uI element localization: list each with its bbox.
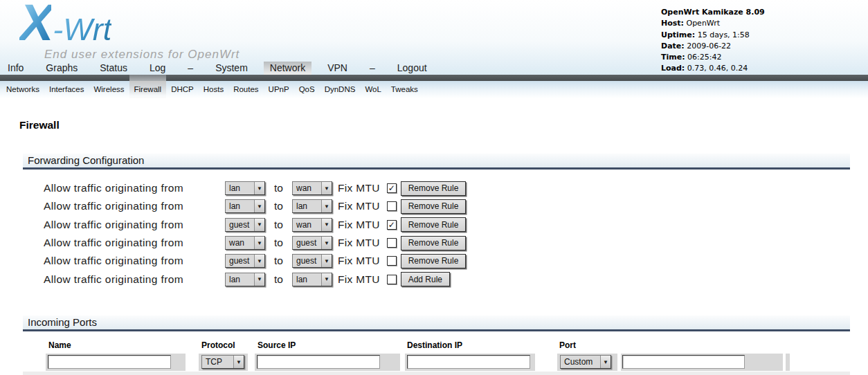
subnav-item[interactable]: Tweaks (386, 81, 423, 98)
rule-label: Allow traffic originating from (44, 255, 225, 267)
system-info-label: Host: (661, 19, 684, 28)
forwarding-section-header: Forwarding Configuration (23, 154, 850, 170)
subnav-item[interactable]: UPnP (264, 81, 294, 98)
nav-item[interactable]: System (209, 62, 254, 75)
system-info-row: Host: OpenWrt (661, 18, 865, 29)
incoming-ports-section-title: Incoming Ports (28, 316, 97, 328)
add-rule-button[interactable]: Add Rule (401, 272, 450, 286)
fix-mtu-checkbox[interactable] (387, 220, 397, 230)
nav-item-label: Network (270, 62, 305, 73)
nav-separator: – (363, 62, 381, 75)
name-input[interactable] (48, 355, 171, 369)
main-nav: Info Graphs Status Log – System Network … (1, 62, 433, 75)
system-info-label: Uptime: (661, 30, 695, 39)
rule-label: Allow traffic originating from (44, 200, 225, 212)
to-label: to (265, 182, 292, 194)
table-cell-source-ip (255, 354, 400, 371)
column-header-protocol: Protocol (201, 340, 235, 350)
nav-item[interactable]: Logout (391, 62, 433, 75)
remove-rule-button[interactable]: Remove Rule (401, 254, 467, 268)
nav-item[interactable]: Network (264, 62, 311, 75)
nav-item-label: – (188, 62, 193, 73)
fix-mtu-checkbox[interactable] (387, 183, 397, 193)
subnav-item[interactable]: DHCP (166, 81, 199, 98)
fix-mtu-checkbox[interactable] (387, 256, 397, 266)
remove-rule-button[interactable]: Remove Rule (401, 181, 467, 196)
subnav-item-label: Firewall (134, 85, 162, 93)
firmware-version: OpenWrt Kamikaze 8.09 (661, 7, 865, 18)
from-network-select[interactable]: wan ▼ (225, 236, 265, 250)
content: Firewall Forwarding Configuration Allow … (0, 98, 868, 375)
nav-item-label: – (370, 62, 375, 73)
source-ip-input[interactable] (257, 355, 380, 369)
from-network-select[interactable]: lan ▼ (225, 199, 265, 213)
rule-label: Allow traffic originating from (44, 237, 225, 249)
from-network-select[interactable]: lan ▼ (225, 273, 265, 286)
subnav-item[interactable]: QoS (294, 81, 320, 98)
dropdown-arrow-icon: ▼ (321, 182, 332, 194)
to-network-value: guest (293, 255, 321, 267)
from-network-select[interactable]: lan ▼ (225, 181, 265, 195)
column-header-name: Name (48, 340, 71, 350)
system-info-row: Time: 06:25:42 (661, 52, 865, 63)
subnav-item[interactable]: DynDNS (320, 81, 361, 98)
to-network-select[interactable]: wan ▼ (292, 181, 332, 195)
remove-rule-button[interactable]: Remove Rule (401, 199, 467, 214)
nav-item[interactable]: Status (93, 62, 134, 75)
protocol-select[interactable]: TCP ▼ (201, 355, 244, 369)
nav-item[interactable]: Graphs (39, 62, 84, 75)
system-info-label: Time: (661, 53, 685, 62)
dropdown-arrow-icon: ▼ (254, 237, 264, 249)
subnav-item[interactable]: Hosts (199, 81, 228, 98)
subnav-item-label: Tweaks (391, 85, 418, 93)
to-network-select[interactable]: lan ▼ (292, 273, 332, 286)
subnav-item[interactable]: Wireless (89, 81, 129, 98)
to-network-select[interactable]: wan ▼ (292, 218, 332, 232)
subnav-item-label: Wireless (93, 85, 124, 93)
logo-tagline: End user extensions for OpenWrt (44, 48, 239, 62)
nav-item[interactable]: Info (1, 62, 30, 75)
nav-item[interactable]: Log (143, 62, 172, 75)
rule-label: Allow traffic originating from (44, 219, 225, 231)
remove-rule-button[interactable]: Remove Rule (401, 217, 467, 232)
from-network-select[interactable]: guest ▼ (225, 218, 265, 232)
remove-rule-button[interactable]: Remove Rule (401, 236, 467, 250)
fix-mtu-label: Fix MTU (338, 237, 380, 249)
to-network-select[interactable]: guest ▼ (292, 254, 332, 268)
table-cell-destination-ip (405, 354, 535, 371)
fix-mtu-label: Fix MTU (338, 219, 380, 231)
destination-ip-input[interactable] (407, 355, 530, 369)
rule-label: Allow traffic originating from (44, 182, 225, 194)
dropdown-arrow-icon: ▼ (254, 200, 264, 212)
subnav-item-label: QoS (299, 85, 315, 93)
forwarding-rules-list: Allow traffic originating from lan ▼ to … (44, 179, 466, 289)
to-network-select[interactable]: lan ▼ (292, 199, 332, 213)
nav-item-label: Graphs (46, 62, 78, 73)
from-network-value: guest (226, 219, 254, 231)
table-cell-spacer (786, 354, 790, 371)
subnav-item-label: WoL (365, 85, 381, 93)
protocol-select-value: TCP (202, 356, 233, 368)
subnav-item[interactable]: Interfaces (44, 81, 89, 98)
subnav-item[interactable]: Firewall (129, 81, 167, 98)
subnav-item[interactable]: Networks (1, 81, 44, 98)
system-info-panel: OpenWrt Kamikaze 8.09 Host: OpenWrtUptim… (661, 7, 865, 75)
fix-mtu-label: Fix MTU (338, 200, 380, 212)
subnav-item[interactable]: Routes (228, 81, 263, 98)
dropdown-arrow-icon: ▼ (254, 182, 264, 194)
port-input[interactable] (622, 355, 745, 369)
subnav-item-label: Interfaces (49, 85, 84, 93)
fix-mtu-checkbox[interactable] (387, 201, 397, 211)
to-network-select[interactable]: guest ▼ (292, 236, 332, 250)
system-info-rows: Host: OpenWrtUptime: 15 days, 1:58Date: … (661, 18, 865, 74)
to-network-value: wan (293, 219, 321, 231)
fix-mtu-checkbox[interactable] (387, 275, 397, 284)
dropdown-arrow-icon: ▼ (321, 200, 332, 212)
port-type-select[interactable]: Custom ▼ (560, 355, 611, 369)
nav-item[interactable]: VPN (321, 62, 354, 75)
fix-mtu-checkbox[interactable] (387, 238, 397, 248)
nav-item-label: Logout (397, 62, 427, 73)
from-network-select[interactable]: guest ▼ (225, 254, 265, 268)
from-network-value: guest (226, 255, 254, 267)
subnav-item[interactable]: WoL (360, 81, 386, 98)
